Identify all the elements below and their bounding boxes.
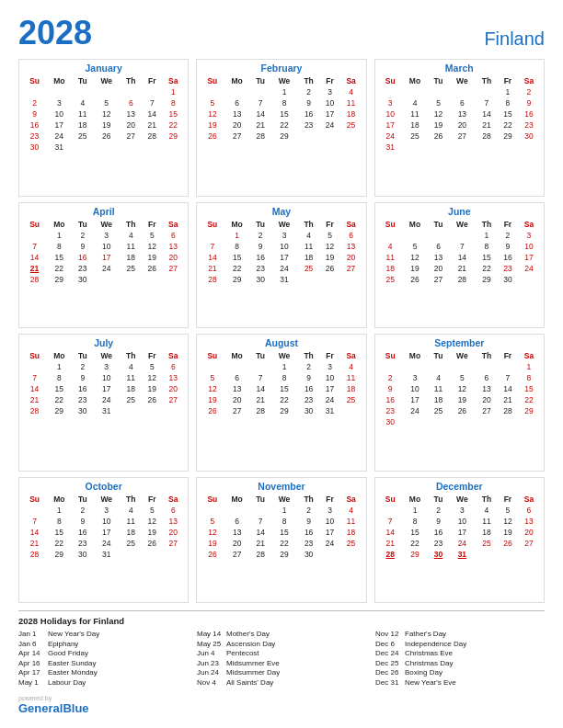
month-title-january: January [23, 63, 184, 74]
list-item: Dec 26Boxing Day [375, 668, 545, 677]
table-row: 21222324252627 [23, 394, 184, 405]
table-row: 9101112131415 [379, 383, 540, 394]
holidays-col-2: May 14Mother's Day May 25Ascension Day J… [197, 630, 366, 688]
table-row: 12131415161718 [201, 527, 362, 538]
list-item: Dec 6Independence Day [375, 640, 545, 648]
table-row: 567891011 [201, 372, 362, 383]
table-row: 123456 [23, 505, 184, 516]
table-row: 3456789 [379, 97, 540, 108]
col-tu: Tu [73, 75, 94, 86]
table-row: 19202122232425 [201, 119, 362, 131]
table-row: 12131415161718 [201, 383, 362, 394]
table-row: 1234 [201, 361, 362, 372]
list-item: Jun 24Midsummer Day [197, 668, 366, 677]
table-row: 123456 [23, 361, 184, 372]
holidays-col-1: Jan 1New Year's Day Jan 6Epiphany Apr 14… [18, 630, 188, 688]
powered-by-label: powered by [18, 695, 89, 701]
table-row: 78910111213 [23, 241, 184, 252]
brand-general: General [18, 701, 63, 715]
list-item: May 25Ascension Day [197, 640, 366, 648]
table-row: 78910111213 [23, 372, 184, 383]
list-item: Apr 17Easter Monday [18, 668, 188, 677]
table-row: 14151617181920 [23, 527, 184, 538]
table-row: 28293031 [379, 549, 540, 560]
list-item: Dec 31New Year's Eve [375, 678, 545, 687]
holidays-columns: Jan 1New Year's Day Jan 6Epiphany Apr 14… [18, 630, 545, 688]
page: 2028 Finland January Su Mo Tu We Th Fr S… [0, 0, 563, 728]
table-row: 9101112131415 [23, 108, 184, 119]
month-title-october: October [23, 481, 184, 492]
table-row: 21222324252627 [379, 538, 540, 549]
table-row: 21222324252627 [23, 538, 184, 549]
table-row: 11121314151617 [379, 252, 540, 263]
table-row: 123456 [379, 505, 540, 516]
list-item: Jan 6Epiphany [18, 640, 188, 648]
month-title-december: December [379, 481, 540, 492]
table-row: 14151617181920 [201, 252, 362, 263]
col-su: Su [23, 75, 46, 86]
table-row: 567891011 [201, 97, 362, 108]
list-item: Jun 4Pentecost [197, 649, 366, 657]
year-label: 2028 [18, 17, 92, 50]
table-row: 19202122232425 [201, 394, 362, 405]
table-row: 3031 [23, 142, 184, 153]
col-th: Th [120, 75, 142, 86]
month-title-june: June [379, 206, 540, 217]
calendars-grid: January Su Mo Tu We Th Fr Sa 1 2345678 9… [18, 59, 545, 603]
table-row: 252627282930 [379, 274, 540, 285]
brand-label: GeneralBlue [18, 701, 89, 715]
list-item: May 14Mother's Day [197, 630, 366, 638]
table-row: 2627282930 [201, 549, 362, 560]
table-row: 1 [379, 361, 540, 372]
table-row: 123 [379, 230, 540, 241]
table-row: 28293031 [23, 405, 184, 416]
month-december: December SuMoTuWeThFrSa 123456 789101112… [374, 477, 545, 604]
table-row: 1234 [201, 86, 362, 97]
brand-blue: Blue [63, 701, 88, 715]
country-label: Finland [484, 28, 545, 50]
table-row: 21222324252627 [23, 263, 184, 274]
table-row: 12131415161718 [201, 108, 362, 119]
table-row: 17181920212223 [379, 119, 540, 131]
month-title-may: May [201, 206, 362, 217]
list-item: Jun 23Midsummer Eve [197, 659, 366, 667]
table-row: 30 [379, 416, 540, 427]
table-row: 14151617181920 [23, 383, 184, 394]
holidays-title: 2028 Holidays for Finland [18, 616, 545, 626]
month-february: February SuMoTuWeThFrSa 1234 567891011 1… [196, 59, 366, 197]
month-november: November SuMoTuWeThFrSa 1234 567891011 1… [196, 477, 366, 604]
list-item: Jan 1New Year's Day [18, 630, 188, 638]
table-row: 262728293031 [201, 405, 362, 416]
table-row: 78910111213 [201, 241, 362, 252]
col-fr: Fr [142, 75, 162, 86]
month-may: May SuMoTuWeThFrSa 123456 78910111213 14… [196, 202, 366, 329]
month-title-july: July [23, 337, 184, 348]
month-march: March SuMoTuWeThFrSa 12 3456789 10111213… [374, 59, 545, 197]
table-row: 14151617181920 [379, 527, 540, 538]
month-august: August SuMoTuWeThFrSa 1234 567891011 121… [196, 334, 366, 472]
table-row: 16171819202122 [23, 119, 184, 131]
table-row: 26272829 [201, 131, 362, 142]
table-row: 23242526272829 [23, 131, 184, 142]
list-item: May 1Labour Day [18, 678, 188, 687]
month-title-november: November [201, 481, 362, 492]
list-item: Nov 4All Saints' Day [197, 678, 366, 687]
table-row: 1 [23, 86, 184, 97]
col-we: We [93, 75, 120, 86]
month-title-september: September [379, 337, 540, 348]
month-june: June SuMoTuWeThFrSa 123 45678910 1112131… [374, 202, 545, 329]
table-row: 2345678 [379, 372, 540, 383]
table-row: 78910111213 [23, 516, 184, 527]
table-row: 24252627282930 [379, 131, 540, 142]
table-row: 14151617181920 [23, 252, 184, 263]
table-row: 282930 [23, 274, 184, 285]
holidays-section: 2028 Holidays for Finland Jan 1New Year'… [18, 610, 545, 688]
table-row: 16171819202122 [379, 394, 540, 405]
month-title-august: August [201, 337, 362, 348]
table-row: 2345678 [23, 97, 184, 108]
table-row: 18192021222324 [379, 263, 540, 274]
table-row: 45678910 [379, 241, 540, 252]
table-row: 23242526272829 [379, 405, 540, 416]
month-october: October SuMoTuWeThFrSa 123456 7891011121… [18, 477, 189, 604]
table-row: 78910111213 [379, 516, 540, 527]
